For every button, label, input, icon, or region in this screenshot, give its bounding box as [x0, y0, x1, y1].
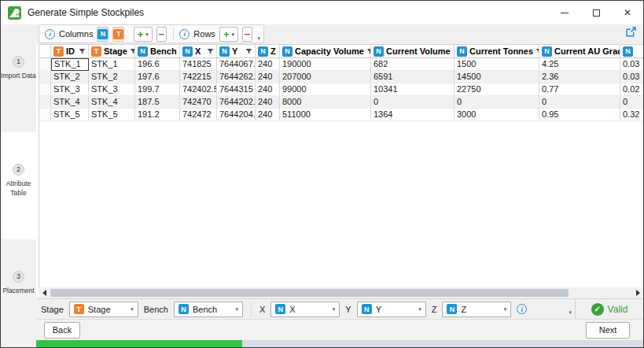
column-header-capacity-volume[interactable]: NCapacity Volume: [280, 45, 371, 57]
column-header-current-tonnes[interactable]: NCurrent Tonnes: [454, 45, 539, 57]
table-cell[interactable]: 511000: [280, 109, 371, 121]
table-cell[interactable]: 0: [539, 96, 620, 109]
table-cell[interactable]: 207000: [280, 71, 371, 83]
table-cell[interactable]: 1500: [454, 58, 539, 71]
scroll-left-icon[interactable]: [39, 287, 50, 298]
table-cell[interactable]: 742402.5: [180, 83, 217, 96]
table-cell[interactable]: 7644262.5: [217, 71, 256, 83]
table-cell[interactable]: 742215: [180, 71, 217, 83]
row-header-cell[interactable]: [39, 96, 51, 109]
toolbar-overflow-icon[interactable]: ▾: [257, 35, 260, 42]
table-cell[interactable]: 240: [256, 83, 280, 96]
mapping-select-stage[interactable]: TStage▾: [69, 302, 138, 317]
row-header-cell[interactable]: [39, 109, 51, 121]
open-external-icon[interactable]: [625, 26, 637, 38]
table-cell[interactable]: 0.02: [620, 83, 643, 96]
table-cell[interactable]: 7644202.5: [217, 96, 256, 109]
table-cell[interactable]: STK_3: [51, 83, 89, 96]
table-cell[interactable]: 0: [620, 96, 643, 109]
filter-icon[interactable]: [245, 48, 252, 55]
table-cell[interactable]: 240: [256, 71, 280, 83]
column-header-x[interactable]: NX: [180, 45, 217, 57]
table-cell[interactable]: 7644315: [217, 83, 256, 96]
rows-info-icon[interactable]: i: [179, 29, 190, 39]
table-cell[interactable]: STK_1: [89, 58, 135, 71]
column-header-stage[interactable]: TStage: [89, 45, 135, 57]
table-cell[interactable]: 742472: [180, 109, 217, 121]
table-cell[interactable]: 6591: [371, 71, 454, 83]
table-cell[interactable]: STK_4: [51, 96, 89, 109]
table-cell[interactable]: 197.6: [135, 71, 180, 83]
table-cell[interactable]: 7644067.5: [217, 58, 256, 71]
wizard-step-import-data[interactable]: 1Import Data: [1, 24, 36, 132]
columns-info-icon[interactable]: i: [45, 29, 55, 39]
table-cell[interactable]: 22750: [454, 83, 539, 96]
table-cell[interactable]: STK_1: [51, 58, 89, 71]
column-header-bench[interactable]: NBench: [135, 45, 180, 57]
table-cell[interactable]: 0.03: [620, 58, 643, 71]
column-header-z[interactable]: NZ: [256, 45, 280, 57]
table-cell[interactable]: STK_2: [51, 71, 89, 83]
table-cell[interactable]: 187.5: [135, 96, 180, 109]
table-cell[interactable]: 741825: [180, 58, 217, 71]
add-row-button[interactable]: + ▾: [219, 27, 238, 42]
column-header-y[interactable]: NY: [217, 45, 256, 57]
table-cell[interactable]: 0: [454, 96, 539, 109]
minimize-button[interactable]: [549, 1, 580, 24]
table-cell[interactable]: 1364: [371, 109, 454, 121]
table-cell[interactable]: STK_5: [51, 109, 89, 121]
table-cell[interactable]: 0: [371, 96, 454, 109]
row-header-cell[interactable]: [39, 58, 51, 71]
remove-row-button[interactable]: −: [242, 27, 252, 42]
column-header-current-volume[interactable]: NCurrent Volume: [371, 45, 454, 57]
table-cell[interactable]: STK_4: [89, 96, 135, 109]
remove-column-button[interactable]: −: [156, 27, 167, 42]
table-cell[interactable]: 4.25: [539, 58, 620, 71]
scrollbar-track[interactable]: [50, 287, 632, 298]
mapping-select-bench[interactable]: NBench▾: [174, 302, 243, 317]
table-cell[interactable]: 14500: [454, 71, 539, 83]
table-cell[interactable]: 191.2: [135, 109, 180, 121]
scrollbar-thumb[interactable]: [50, 289, 569, 297]
maximize-button[interactable]: [580, 1, 612, 24]
wizard-step-attribute-table[interactable]: 2AttributeTable: [1, 132, 36, 240]
table-cell[interactable]: 0.95: [539, 109, 620, 121]
table-cell[interactable]: 240: [256, 58, 280, 71]
table-cell[interactable]: 196.6: [135, 58, 180, 71]
table-cell[interactable]: STK_2: [89, 71, 135, 83]
table-cell[interactable]: 99000: [280, 83, 371, 96]
scroll-right-icon[interactable]: [632, 287, 643, 298]
table-cell[interactable]: 0.32: [620, 109, 643, 121]
mapping-overflow-icon[interactable]: ▾: [569, 309, 572, 316]
table-cell[interactable]: 240: [256, 96, 280, 109]
row-header-cell[interactable]: [39, 83, 51, 96]
table-cell[interactable]: 190000: [280, 58, 371, 71]
table-cell[interactable]: 10341: [371, 83, 454, 96]
row-header-cell[interactable]: [39, 71, 51, 83]
table-cell[interactable]: 7644204.5: [217, 109, 256, 121]
add-column-button[interactable]: + ▾: [134, 27, 153, 42]
table-cell[interactable]: 0.77: [539, 83, 620, 96]
column-header-id[interactable]: TID: [51, 45, 89, 57]
filter-icon[interactable]: [130, 48, 135, 55]
horizontal-scrollbar[interactable]: [39, 287, 643, 298]
table-cell[interactable]: 240: [256, 109, 280, 121]
table-cell[interactable]: 3000: [454, 109, 539, 121]
table-cell[interactable]: 8000: [280, 96, 371, 109]
column-header-current-au-grade[interactable]: NCurrent AU Grade: [539, 45, 620, 57]
table-cell[interactable]: 742470: [180, 96, 217, 109]
mapping-select-y[interactable]: NY▾: [357, 302, 426, 317]
table-cell[interactable]: STK_3: [89, 83, 135, 96]
table-cell[interactable]: 2.36: [539, 71, 620, 83]
back-button[interactable]: Back: [44, 322, 80, 339]
table-cell[interactable]: 682: [371, 58, 454, 71]
numeric-columns-toggle[interactable]: N: [97, 27, 109, 42]
mapping-info-icon[interactable]: i: [517, 304, 527, 314]
text-columns-toggle[interactable]: T: [112, 27, 124, 42]
close-button[interactable]: ✕: [612, 1, 643, 24]
table-cell[interactable]: STK_5: [89, 109, 135, 121]
filter-icon[interactable]: [79, 48, 86, 55]
filter-icon[interactable]: [207, 48, 214, 55]
next-button[interactable]: Next: [586, 322, 630, 339]
table-cell[interactable]: 199.7: [135, 83, 180, 96]
